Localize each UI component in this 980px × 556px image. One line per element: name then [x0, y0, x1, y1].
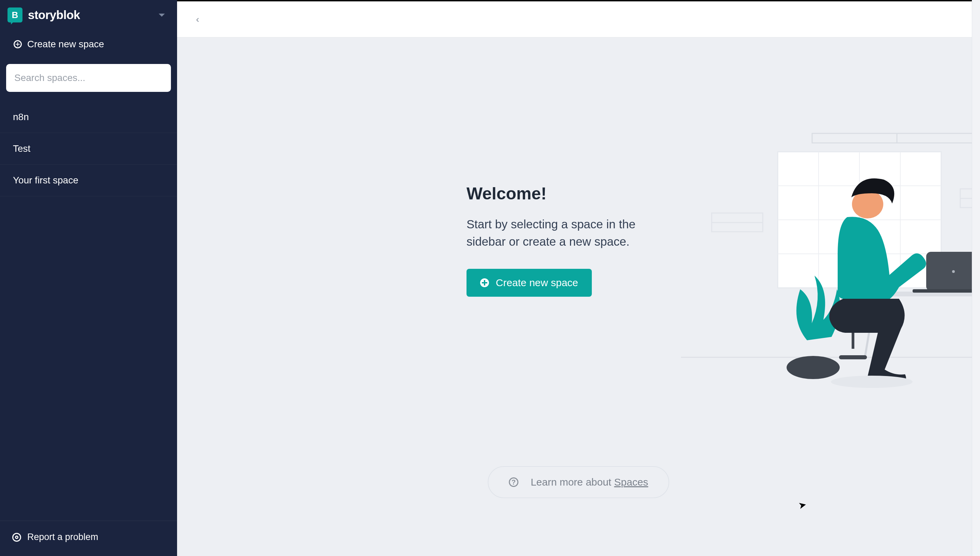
create-space-sidebar-label: Create new space: [27, 39, 104, 50]
learn-more-link[interactable]: Spaces: [614, 476, 648, 488]
brand-name: storyblok: [28, 8, 80, 22]
svg-point-27: [787, 356, 840, 379]
brand[interactable]: B storyblok: [8, 8, 80, 23]
hero-text: Welcome! Start by selecting a space in t…: [467, 184, 678, 297]
welcome-illustration: [681, 129, 980, 395]
create-space-button-label: Create new space: [496, 277, 578, 289]
right-scrollbar-track[interactable]: [972, 0, 980, 556]
page-subtitle: Start by selecting a space in the sideba…: [467, 216, 678, 251]
help-icon: ?: [509, 477, 518, 487]
space-item[interactable]: n8n: [0, 102, 177, 133]
topbar: ‹‹: [177, 0, 980, 37]
page-title: Welcome!: [467, 184, 678, 204]
search-spaces-input[interactable]: [6, 64, 171, 92]
create-space-button[interactable]: Create new space: [467, 269, 592, 297]
content-area: Welcome! Start by selecting a space in t…: [177, 37, 980, 556]
plus-circle-icon: [480, 278, 489, 287]
search-wrap: [0, 58, 177, 97]
space-item-label: Test: [13, 143, 30, 154]
learn-more-prefix: Learn more about: [531, 476, 614, 488]
svg-rect-0: [812, 133, 980, 143]
create-space-sidebar-button[interactable]: Create new space: [0, 30, 177, 58]
main: ‹‹ Welcome! Start by selecting a space i…: [177, 0, 980, 556]
report-problem-label: Report a problem: [27, 532, 99, 542]
svg-point-29: [831, 376, 913, 388]
chevron-down-icon[interactable]: [159, 14, 165, 17]
space-item-label: n8n: [13, 112, 29, 122]
learn-more-text: Learn more about Spaces: [531, 476, 648, 488]
lifering-icon: [12, 533, 21, 542]
space-item[interactable]: Your first space: [0, 165, 177, 196]
sidebar: B storyblok Create new space n8n Test Yo…: [0, 0, 177, 556]
svg-rect-21: [913, 289, 980, 293]
sidebar-header: B storyblok: [0, 0, 177, 30]
space-list: n8n Test Your first space: [0, 102, 177, 196]
space-item[interactable]: Test: [0, 133, 177, 165]
collapse-sidebar-button[interactable]: ‹‹: [190, 13, 202, 26]
learn-more-pill: ? Learn more about Spaces: [488, 466, 669, 498]
report-problem-button[interactable]: Report a problem: [0, 520, 177, 556]
space-item-label: Your first space: [13, 175, 78, 186]
brand-logo-icon: B: [8, 8, 23, 23]
plus-circle-icon: [14, 40, 22, 48]
svg-point-20: [952, 270, 955, 273]
mouse-cursor-icon: ➤: [797, 499, 807, 511]
